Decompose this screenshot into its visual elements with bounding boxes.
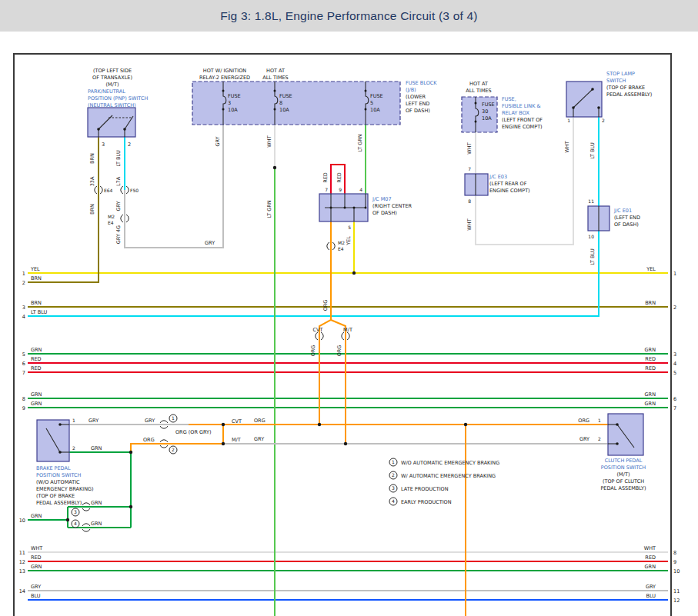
pin-number: 30 xyxy=(482,108,488,115)
pin-number: 5 xyxy=(370,100,373,106)
wire-label: GRY xyxy=(646,584,656,590)
pnp-switch-label: PARK/NEUTRAL xyxy=(88,88,125,95)
wire-label: OF TRANSAXLE) xyxy=(92,75,132,81)
pin-number: 12 xyxy=(673,598,680,604)
wire-label: 10A xyxy=(482,115,492,122)
junction-dot xyxy=(222,423,225,426)
junction-dot xyxy=(129,451,132,454)
junction-dot xyxy=(597,106,600,109)
wire-label: M2 xyxy=(338,240,345,245)
pin-number: 12 xyxy=(19,559,25,565)
pin-number: 13 xyxy=(19,568,25,574)
wire-label: ORG xyxy=(310,345,316,357)
wire-label: BRN xyxy=(89,153,95,164)
wire-label: GRN xyxy=(31,401,42,407)
wire-label: GRY 4G xyxy=(115,225,122,244)
wire-label: ORG xyxy=(336,345,342,357)
pin-number: 11 xyxy=(588,198,594,204)
wire-label: ALL TIMES xyxy=(262,75,288,81)
pin-number: 4 xyxy=(359,187,362,192)
wire-label: GRN xyxy=(91,445,102,451)
wire-label: RED xyxy=(31,356,42,362)
wire-label: ENGINE COMPT) xyxy=(502,124,543,130)
wire-label: (M/T) xyxy=(106,82,119,88)
wire-label: 10A xyxy=(279,107,289,113)
junction-dot xyxy=(591,88,594,91)
legend-circle-4-text: 4 xyxy=(392,498,395,504)
wire-label: GRY xyxy=(115,201,122,211)
legend-item-label: LATE PRODUCTION xyxy=(401,486,449,492)
junction-dot xyxy=(66,518,69,521)
wire-label: LT BLU xyxy=(589,142,596,159)
wire-label: GRN xyxy=(645,564,656,570)
wire-label: RED xyxy=(31,554,42,561)
stop-lamp-switch-box xyxy=(566,82,602,117)
pin-number: 11 xyxy=(19,550,25,556)
pin-number: 5 xyxy=(22,351,25,358)
pin-number: 4 xyxy=(22,314,25,320)
junction-dot xyxy=(97,128,100,131)
wire-label: ENGINE COMPT) xyxy=(489,188,530,194)
wire-label: L7A xyxy=(115,176,122,186)
pin-number: 8 xyxy=(279,100,282,106)
wire-label: GRY xyxy=(89,418,99,424)
pin-number: 10 xyxy=(19,518,25,524)
junction-dot xyxy=(344,207,346,209)
wire-label: RELAY-2 ENERGIZED xyxy=(199,75,250,81)
junction-dot xyxy=(129,505,132,508)
wire-label: WHT xyxy=(466,218,473,230)
wire-label: GRY xyxy=(215,136,221,146)
fuse-block-label: (J/B) xyxy=(406,87,416,93)
pin-number: 2 xyxy=(602,118,605,123)
wire-label: RED xyxy=(645,365,656,371)
jc-e01-label: J/C E01 xyxy=(613,208,632,214)
wire-label: LT BLU xyxy=(589,248,596,265)
wire-label: FUSE xyxy=(482,102,495,108)
wire-label: YEL xyxy=(346,236,352,246)
wire-label: GRN xyxy=(645,401,656,407)
pin-number: 2 xyxy=(598,436,601,441)
pin-number: 8 xyxy=(22,396,25,402)
wire-label: RED xyxy=(31,365,42,371)
wire-label: (TOP OF BRAKE xyxy=(36,493,75,499)
wire-label: (TOP OF CLUTCH xyxy=(603,478,644,484)
wire-label: (TOP LEFT SIDE xyxy=(93,68,132,74)
pin-number: 11 xyxy=(673,588,680,594)
wire-label: BRN xyxy=(31,275,42,281)
pin-number: 10 xyxy=(673,568,680,574)
wire-label: BRN xyxy=(645,300,656,306)
wire-label: LT GRN xyxy=(266,200,272,218)
figure-viewer: Fig 3: 1.8L, Engine Performance Circuit … xyxy=(0,0,698,616)
junction-dot xyxy=(222,442,225,445)
wire-label: F50 xyxy=(130,188,139,193)
pin-number: 5 xyxy=(673,370,676,376)
brake-pedal-switch-label: BRAKE PEDAL xyxy=(36,465,71,471)
pin-number: 6 xyxy=(673,396,676,402)
wire-label: GRN xyxy=(91,521,102,527)
wire-label: GRN xyxy=(91,500,102,506)
pin-number: 2 xyxy=(673,305,676,311)
pin-number: 9 xyxy=(22,405,25,411)
wire-label: E64 xyxy=(104,188,113,193)
legend-circle-3-text: 3 xyxy=(392,485,395,491)
clutch-pedal-switch-label: POSITION SWITCH xyxy=(601,464,646,471)
pin-number: 2 xyxy=(128,142,131,148)
wire-label: RED xyxy=(645,356,656,362)
junction-dot xyxy=(353,207,356,209)
stop-lamp-switch-label: STOP LAMP xyxy=(606,71,635,77)
junction-dot xyxy=(58,423,62,426)
pin-number: 9 xyxy=(339,187,342,192)
legend-circle-2-text: 2 xyxy=(392,472,395,478)
wire-label: OF DASH) xyxy=(372,210,397,216)
junction-dot xyxy=(274,108,276,111)
junction-dot xyxy=(352,271,356,275)
wire-label: GRN xyxy=(31,513,42,519)
pnp-switch-box xyxy=(88,108,135,137)
wire-label: LT BLU xyxy=(115,150,122,167)
junction-dot xyxy=(58,451,62,454)
junction-dot xyxy=(365,90,367,92)
wire-label: WHT xyxy=(31,545,42,551)
junction-dot xyxy=(273,166,276,169)
wire-label: GRN xyxy=(645,347,656,353)
wire-label: (LEFT REAR OF xyxy=(489,181,527,187)
